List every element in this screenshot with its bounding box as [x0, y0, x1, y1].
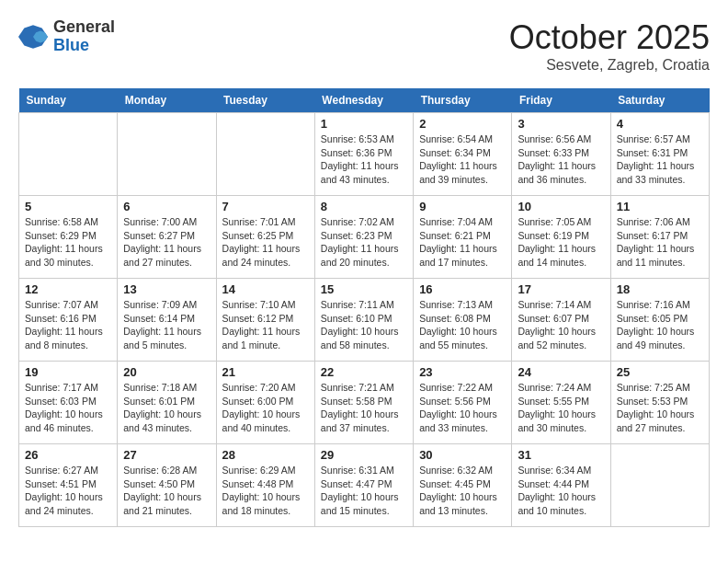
calendar-cell: 23Sunrise: 7:22 AM Sunset: 5:56 PM Dayli…: [414, 362, 512, 444]
day-number: 26: [25, 448, 111, 462]
calendar-cell: 17Sunrise: 7:14 AM Sunset: 6:07 PM Dayli…: [512, 279, 610, 362]
day-info: Sunrise: 6:56 AM Sunset: 6:33 PM Dayligh…: [518, 132, 604, 187]
day-info: Sunrise: 7:25 AM Sunset: 5:53 PM Dayligh…: [617, 381, 703, 435]
calendar-cell: 24Sunrise: 7:24 AM Sunset: 5:55 PM Dayli…: [512, 362, 610, 444]
day-info: Sunrise: 7:04 AM Sunset: 6:21 PM Dayligh…: [419, 215, 506, 270]
calendar-cell: [610, 444, 709, 527]
calendar-cell: 19Sunrise: 7:17 AM Sunset: 6:03 PM Dayli…: [19, 362, 118, 444]
day-number: 20: [123, 365, 210, 379]
calendar-cell: 8Sunrise: 7:02 AM Sunset: 6:23 PM Daylig…: [314, 196, 413, 279]
day-number: 11: [617, 200, 703, 213]
day-info: Sunrise: 7:09 AM Sunset: 6:14 PM Dayligh…: [123, 298, 210, 352]
day-number: 4: [617, 117, 703, 131]
calendar-cell: [216, 113, 314, 196]
day-info: Sunrise: 6:32 AM Sunset: 4:45 PM Dayligh…: [419, 464, 506, 518]
day-number: 8: [321, 200, 407, 213]
day-number: 19: [25, 365, 111, 379]
month-title: October 2025: [509, 18, 710, 57]
calendar-cell: 3Sunrise: 6:56 AM Sunset: 6:33 PM Daylig…: [512, 113, 610, 196]
col-friday: Friday: [512, 88, 610, 113]
logo-blue: Blue: [53, 37, 115, 55]
day-info: Sunrise: 7:21 AM Sunset: 5:58 PM Dayligh…: [321, 381, 407, 435]
calendar-cell: 11Sunrise: 7:06 AM Sunset: 6:17 PM Dayli…: [610, 196, 709, 279]
page-header: General Blue October 2025 Sesvete, Zagre…: [18, 18, 710, 74]
calendar-week-1: 1Sunrise: 6:53 AM Sunset: 6:36 PM Daylig…: [19, 113, 710, 196]
calendar-cell: 9Sunrise: 7:04 AM Sunset: 6:21 PM Daylig…: [414, 196, 512, 279]
day-number: 12: [25, 282, 111, 296]
col-wednesday: Wednesday: [314, 88, 413, 113]
day-info: Sunrise: 6:31 AM Sunset: 4:47 PM Dayligh…: [321, 464, 407, 518]
calendar-cell: 12Sunrise: 7:07 AM Sunset: 6:16 PM Dayli…: [19, 279, 118, 362]
day-number: 2: [419, 117, 506, 131]
calendar-cell: 5Sunrise: 6:58 AM Sunset: 6:29 PM Daylig…: [19, 196, 118, 279]
day-number: 13: [123, 282, 210, 296]
day-number: 14: [222, 282, 309, 296]
day-number: 23: [419, 365, 506, 379]
day-number: 24: [518, 365, 604, 379]
logo-icon: [18, 22, 48, 52]
day-number: 7: [222, 200, 309, 213]
calendar-week-5: 26Sunrise: 6:27 AM Sunset: 4:51 PM Dayli…: [19, 444, 710, 527]
day-number: 30: [419, 448, 506, 462]
calendar-cell: 10Sunrise: 7:05 AM Sunset: 6:19 PM Dayli…: [512, 196, 610, 279]
calendar-week-4: 19Sunrise: 7:17 AM Sunset: 6:03 PM Dayli…: [19, 362, 710, 444]
calendar-cell: 26Sunrise: 6:27 AM Sunset: 4:51 PM Dayli…: [19, 444, 118, 527]
day-info: Sunrise: 7:20 AM Sunset: 6:00 PM Dayligh…: [222, 381, 309, 435]
day-info: Sunrise: 6:57 AM Sunset: 6:31 PM Dayligh…: [617, 132, 703, 187]
day-info: Sunrise: 7:18 AM Sunset: 6:01 PM Dayligh…: [123, 381, 210, 435]
title-section: October 2025 Sesvete, Zagreb, Croatia: [509, 18, 710, 74]
day-info: Sunrise: 6:29 AM Sunset: 4:48 PM Dayligh…: [222, 464, 309, 518]
calendar-cell: 21Sunrise: 7:20 AM Sunset: 6:00 PM Dayli…: [216, 362, 314, 444]
calendar-table: Sunday Monday Tuesday Wednesday Thursday…: [18, 88, 710, 527]
day-info: Sunrise: 7:22 AM Sunset: 5:56 PM Dayligh…: [419, 381, 506, 435]
day-info: Sunrise: 6:54 AM Sunset: 6:34 PM Dayligh…: [419, 132, 506, 187]
day-info: Sunrise: 7:00 AM Sunset: 6:27 PM Dayligh…: [123, 215, 210, 270]
col-tuesday: Tuesday: [216, 88, 314, 113]
logo-text: General Blue: [53, 18, 115, 55]
day-info: Sunrise: 7:24 AM Sunset: 5:55 PM Dayligh…: [518, 381, 604, 435]
day-number: 5: [25, 200, 111, 213]
calendar-cell: [118, 113, 216, 196]
day-info: Sunrise: 7:06 AM Sunset: 6:17 PM Dayligh…: [617, 215, 703, 270]
day-number: 6: [123, 200, 210, 213]
col-sunday: Sunday: [19, 88, 118, 113]
day-number: 27: [123, 448, 210, 462]
day-info: Sunrise: 7:16 AM Sunset: 6:05 PM Dayligh…: [617, 298, 703, 352]
day-info: Sunrise: 7:13 AM Sunset: 6:08 PM Dayligh…: [419, 298, 506, 352]
calendar-cell: 14Sunrise: 7:10 AM Sunset: 6:12 PM Dayli…: [216, 279, 314, 362]
day-info: Sunrise: 7:14 AM Sunset: 6:07 PM Dayligh…: [518, 298, 604, 352]
day-number: 17: [518, 282, 604, 296]
col-saturday: Saturday: [610, 88, 709, 113]
day-info: Sunrise: 7:02 AM Sunset: 6:23 PM Dayligh…: [321, 215, 407, 270]
calendar-cell: 7Sunrise: 7:01 AM Sunset: 6:25 PM Daylig…: [216, 196, 314, 279]
calendar-cell: 27Sunrise: 6:28 AM Sunset: 4:50 PM Dayli…: [118, 444, 216, 527]
day-number: 25: [617, 365, 703, 379]
col-thursday: Thursday: [414, 88, 512, 113]
calendar-cell: 13Sunrise: 7:09 AM Sunset: 6:14 PM Dayli…: [118, 279, 216, 362]
day-info: Sunrise: 6:34 AM Sunset: 4:44 PM Dayligh…: [518, 464, 604, 518]
calendar-header-row: Sunday Monday Tuesday Wednesday Thursday…: [19, 88, 710, 113]
day-info: Sunrise: 6:28 AM Sunset: 4:50 PM Dayligh…: [123, 464, 210, 518]
day-info: Sunrise: 6:53 AM Sunset: 6:36 PM Dayligh…: [321, 132, 407, 187]
calendar-cell: [19, 113, 118, 196]
day-number: 28: [222, 448, 309, 462]
calendar-cell: 25Sunrise: 7:25 AM Sunset: 5:53 PM Dayli…: [610, 362, 709, 444]
calendar-cell: 31Sunrise: 6:34 AM Sunset: 4:44 PM Dayli…: [512, 444, 610, 527]
day-info: Sunrise: 7:05 AM Sunset: 6:19 PM Dayligh…: [518, 215, 604, 270]
calendar-cell: 28Sunrise: 6:29 AM Sunset: 4:48 PM Dayli…: [216, 444, 314, 527]
calendar-week-3: 12Sunrise: 7:07 AM Sunset: 6:16 PM Dayli…: [19, 279, 710, 362]
logo-general: General: [53, 18, 115, 37]
calendar-cell: 15Sunrise: 7:11 AM Sunset: 6:10 PM Dayli…: [314, 279, 413, 362]
calendar-cell: 29Sunrise: 6:31 AM Sunset: 4:47 PM Dayli…: [314, 444, 413, 527]
day-number: 21: [222, 365, 309, 379]
day-number: 31: [518, 448, 604, 462]
day-number: 29: [321, 448, 407, 462]
calendar-cell: 22Sunrise: 7:21 AM Sunset: 5:58 PM Dayli…: [314, 362, 413, 444]
col-monday: Monday: [118, 88, 216, 113]
calendar-cell: 18Sunrise: 7:16 AM Sunset: 6:05 PM Dayli…: [610, 279, 709, 362]
calendar-cell: 30Sunrise: 6:32 AM Sunset: 4:45 PM Dayli…: [414, 444, 512, 527]
day-number: 16: [419, 282, 506, 296]
calendar-week-2: 5Sunrise: 6:58 AM Sunset: 6:29 PM Daylig…: [19, 196, 710, 279]
day-info: Sunrise: 7:17 AM Sunset: 6:03 PM Dayligh…: [25, 381, 111, 435]
day-number: 15: [321, 282, 407, 296]
